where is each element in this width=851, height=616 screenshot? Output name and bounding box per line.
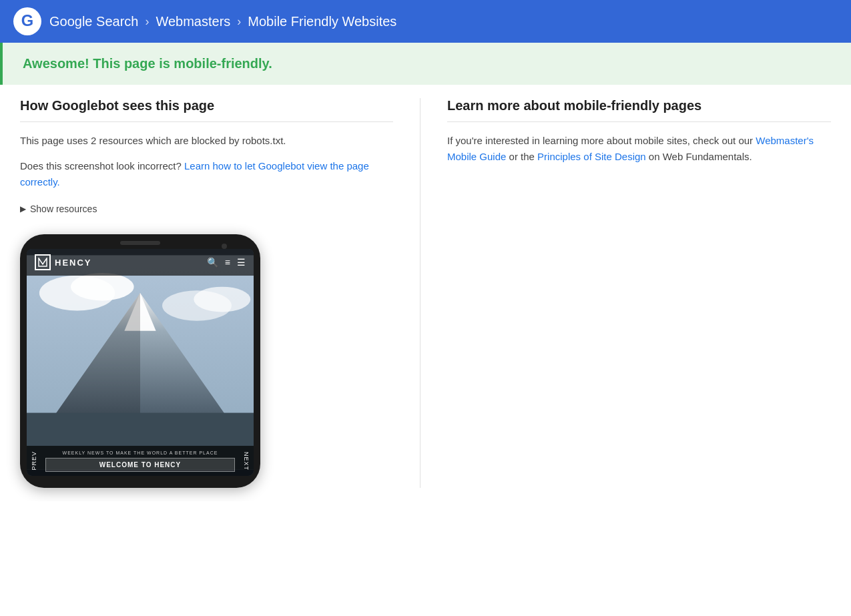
breadcrumb-separator-1: › (145, 15, 149, 29)
success-banner: Awesome! This page is mobile-friendly. (0, 43, 851, 85)
welcome-box: WELCOME TO HENCY (45, 458, 235, 472)
phone-screen: HENCY 🔍 ≡ ☰ (27, 249, 254, 476)
search-icon: 🔍 (207, 257, 218, 268)
breadcrumb: Google Search › Webmasters › Mobile Frie… (49, 14, 396, 29)
weekly-news-text: WEEKLY NEWS TO MAKE THE WORLD A BETTER P… (45, 450, 235, 455)
menu-icon: ≡ (225, 257, 230, 268)
hency-n-icon (38, 258, 47, 267)
breadcrumb-webmasters[interactable]: Webmasters (156, 14, 230, 29)
learn-more-prefix: If you're interested in learning more ab… (447, 135, 753, 146)
main-content: How Googlebot sees this page This page u… (0, 85, 851, 501)
screenshot-prefix: Does this screenshot look incorrect? (20, 160, 182, 172)
right-panel-title: Learn more about mobile-friendly pages (447, 98, 831, 122)
show-resources-label: Show resources (30, 204, 97, 214)
hamburger-icon: ☰ (237, 257, 246, 268)
screenshot-paragraph: Does this screenshot look incorrect? Lea… (20, 158, 393, 190)
phone-speaker (120, 241, 160, 245)
next-button[interactable]: NEXT (239, 446, 254, 476)
phone-preview: HENCY 🔍 ≡ ☰ (20, 234, 393, 488)
left-panel: How Googlebot sees this page This page u… (20, 98, 420, 488)
mountain-image (27, 249, 254, 476)
svg-point-5 (71, 273, 133, 301)
learn-more-paragraph: If you're interested in learning more ab… (447, 133, 831, 165)
right-panel: Learn more about mobile-friendly pages I… (420, 98, 831, 488)
svg-text:G: G (21, 12, 33, 29)
hency-logo: HENCY (35, 254, 92, 270)
resources-paragraph: This page uses 2 resources which are blo… (20, 133, 393, 149)
learn-more-middle: or the (509, 151, 535, 162)
success-message: Awesome! This page is mobile-friendly. (23, 56, 831, 71)
breadcrumb-google-search[interactable]: Google Search (49, 14, 138, 29)
site-design-link[interactable]: Principles of Site Design (537, 151, 646, 162)
learn-more-suffix: on Web Fundamentals. (649, 151, 752, 162)
breadcrumb-separator-2: › (237, 15, 241, 29)
phone-mockup: HENCY 🔍 ≡ ☰ (20, 234, 260, 488)
google-logo-icon: G (13, 7, 41, 35)
screen-bottom-content: WEEKLY NEWS TO MAKE THE WORLD A BETTER P… (41, 446, 239, 476)
toggle-arrow-icon: ▶ (20, 204, 26, 214)
hency-logo-text: HENCY (55, 258, 92, 268)
svg-point-7 (194, 287, 250, 312)
phone-notch (27, 241, 254, 245)
screen-header: HENCY 🔍 ≡ ☰ (27, 249, 254, 276)
left-panel-title: How Googlebot sees this page (20, 98, 393, 122)
breadcrumb-mobile-friendly[interactable]: Mobile Friendly Websites (248, 14, 396, 29)
hency-logo-icon (35, 254, 51, 270)
prev-button[interactable]: PREV (27, 446, 41, 476)
svg-marker-2 (39, 258, 47, 266)
screen-nav-icons: 🔍 ≡ ☰ (207, 257, 246, 268)
phone-camera (222, 244, 227, 249)
show-resources-toggle[interactable]: ▶ Show resources (20, 204, 393, 214)
screen-bottom-bar: PREV WEEKLY NEWS TO MAKE THE WORLD A BET… (27, 446, 254, 476)
page-header: G Google Search › Webmasters › Mobile Fr… (0, 0, 851, 43)
